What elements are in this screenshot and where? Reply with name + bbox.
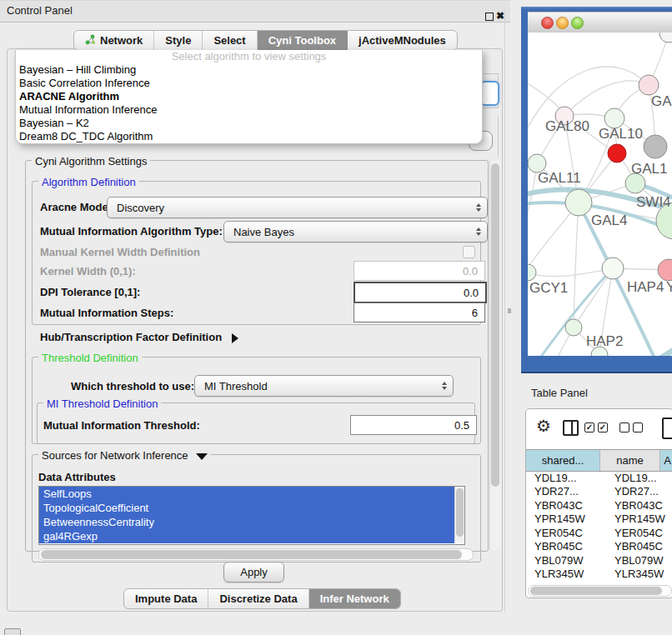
bottom-tabbar: Impute DataDiscretize DataInfer Network xyxy=(123,588,401,609)
mi-steps-field[interactable]: 6 xyxy=(354,302,485,322)
cyni-settings-legend: Cyni Algorithm Settings xyxy=(32,155,150,168)
network-icon xyxy=(85,34,96,48)
tab-label: jActiveMNodules xyxy=(359,34,446,47)
dpi-tolerance-field[interactable]: 0.0 xyxy=(354,282,487,303)
algorithm-item[interactable]: Mutual Information Inference xyxy=(16,103,482,117)
panel-right-border xyxy=(504,10,505,612)
data-attributes-label: Data Attributes xyxy=(38,471,116,483)
network-node-gal[interactable] xyxy=(639,75,659,95)
network-node-hap4[interactable] xyxy=(602,258,624,279)
attr-list-scrollbar[interactable] xyxy=(454,487,464,542)
tab-label: Select xyxy=(213,34,245,47)
settings-vertical-scrollbar[interactable] xyxy=(489,161,500,550)
which-threshold-combobox[interactable]: MI Threshold xyxy=(194,375,454,397)
float-window-icon[interactable] xyxy=(485,12,494,21)
network-window-titlebar[interactable] xyxy=(528,12,672,34)
network-node[interactable] xyxy=(659,32,672,42)
algorithm-item[interactable]: Dream8 DC_TDC Algorithm xyxy=(16,130,482,143)
tab-cyni-toolbox[interactable]: Cyni Toolbox xyxy=(258,31,348,50)
table-hscrollbar[interactable] xyxy=(528,585,672,597)
mi-type-combobox[interactable]: Naive Bayes xyxy=(223,221,488,242)
minimize-traffic-light[interactable] xyxy=(556,17,569,29)
export-table-icon[interactable] xyxy=(662,418,672,439)
table-row[interactable]: YDR27...YDR27...12 xyxy=(526,485,672,499)
focused-combobox-fragment[interactable] xyxy=(480,81,499,106)
close-icon[interactable]: ✖ xyxy=(496,10,504,22)
table-row[interactable]: YBR045CYBR045C9. xyxy=(526,540,672,554)
zoom-traffic-light[interactable] xyxy=(571,17,584,29)
network-node[interactable] xyxy=(644,135,667,158)
node-label: HAP4 xyxy=(627,279,664,295)
algorithm-dropdown-list: Bayesian – Hill ClimbingBasic Correlatio… xyxy=(16,63,482,143)
close-traffic-light[interactable] xyxy=(541,17,554,29)
table-row[interactable]: YER054CYER054C8. xyxy=(526,526,672,540)
network-node-hap2[interactable] xyxy=(565,319,582,336)
hub-definition-toggle[interactable]: Hub/Transcription Factor Definition xyxy=(40,331,238,343)
table-cell: YPR145W xyxy=(608,512,672,525)
panel-splitter[interactable] xyxy=(508,308,511,313)
table-window: ⚙ ✓ ✓ shared...nameA YDL19...YDL19...13Y… xyxy=(525,408,672,598)
table-row[interactable]: YBL079WYBL079W xyxy=(526,553,672,568)
algorithm-dropdown: Select algorithm to view settings Bayesi… xyxy=(15,50,483,144)
network-node-gal4[interactable] xyxy=(565,189,592,216)
scrollbar-thumb[interactable] xyxy=(41,550,462,559)
collapse-down-icon xyxy=(196,453,208,460)
deselect-checkbox-icon[interactable] xyxy=(619,422,629,432)
data-attributes-list[interactable]: SelfLoopsTopologicalCoefficientBetweenne… xyxy=(38,486,465,545)
table-row[interactable]: YPR145WYPR145W9. xyxy=(526,512,672,527)
minimized-panel-icon[interactable] xyxy=(4,628,21,635)
column-header[interactable]: name xyxy=(600,450,660,471)
network-node-gal1[interactable] xyxy=(608,144,626,162)
manual-kernel-checkbox[interactable] xyxy=(463,246,475,258)
column-header[interactable]: A xyxy=(660,450,672,471)
desktop: { "window": { "title": "Control Panel" }… xyxy=(0,0,672,635)
node-label: GAL10 xyxy=(599,126,643,142)
tab-impute-data[interactable]: Impute Data xyxy=(124,589,208,608)
network-node-y[interactable] xyxy=(658,259,672,281)
network-canvas[interactable]: GALGAL80GAL10GAL1GAL11SWI4GAL4GCY1HAP4YH… xyxy=(528,32,672,356)
kernel-width-field[interactable]: 0.0 xyxy=(354,261,485,281)
scrollbar-thumb[interactable] xyxy=(456,488,464,537)
algorithm-item[interactable]: Bayesian – Hill Climbing xyxy=(16,63,482,77)
tab-label: Cyni Toolbox xyxy=(268,34,336,47)
algorithm-item[interactable]: ARACNE Algorithm xyxy=(16,90,482,103)
mi-threshold-field[interactable]: 0.5 xyxy=(350,415,477,435)
sources-legend-row[interactable]: Sources for Network Inference xyxy=(38,449,211,462)
tab-infer-network[interactable]: Infer Network xyxy=(309,589,400,608)
tab-style[interactable]: Style xyxy=(154,31,203,50)
select-all-checkbox-icon[interactable]: ✓ xyxy=(584,422,594,432)
attribute-item[interactable]: BetweennessCentrality xyxy=(39,515,454,529)
attribute-item[interactable]: SelfLoops xyxy=(39,487,454,501)
deselect-checkbox-icon-2[interactable] xyxy=(633,422,643,432)
algorithm-item[interactable]: Bayesian – K2 xyxy=(16,117,482,130)
table-row[interactable]: YIL052CYIL052C9 xyxy=(526,581,672,584)
node-label: GAL80 xyxy=(545,118,589,134)
attribute-item[interactable]: gal4RGexp xyxy=(39,529,454,543)
column-header[interactable]: shared... xyxy=(526,450,600,471)
table-row[interactable]: YLR345WYLR345W9. xyxy=(526,568,672,582)
network-node-gcy1[interactable] xyxy=(528,264,536,281)
tab-discretize-data[interactable]: Discretize Data xyxy=(208,589,308,608)
combobox-arrows-icon xyxy=(476,228,481,236)
table-row[interactable]: YBR043CYBR043C xyxy=(526,498,672,512)
node-label: GAL4 xyxy=(591,212,627,228)
aracne-mode-combobox[interactable]: Discovery xyxy=(107,197,488,218)
table-row[interactable]: YDL19...YDL19...13 xyxy=(526,471,672,485)
gear-icon[interactable]: ⚙ xyxy=(536,416,551,436)
select-all-checkbox-icon-2[interactable]: ✓ xyxy=(598,422,608,432)
combobox-arrows-icon xyxy=(442,382,447,390)
scrollbar-thumb[interactable] xyxy=(530,587,662,595)
tab-jactivemnodules[interactable]: jActiveMNodules xyxy=(348,31,457,50)
tab-network[interactable]: Network xyxy=(74,31,154,50)
split-columns-icon[interactable] xyxy=(563,420,579,436)
tab-label: Network xyxy=(100,34,143,47)
attribute-item[interactable]: TopologicalCoefficient xyxy=(39,501,454,515)
apply-button[interactable]: Apply xyxy=(223,562,284,582)
attr-list-hscrollbar[interactable] xyxy=(38,548,474,561)
tab-select[interactable]: Select xyxy=(203,31,257,50)
table-cell: YLR345W xyxy=(608,568,672,580)
algorithm-item[interactable]: Basic Correlation Inference xyxy=(16,77,482,90)
manual-kernel-label: Manual Kernel Width Definition xyxy=(40,246,200,258)
table-cell: YDL19... xyxy=(526,472,608,484)
scrollbar-thumb[interactable] xyxy=(491,163,499,487)
